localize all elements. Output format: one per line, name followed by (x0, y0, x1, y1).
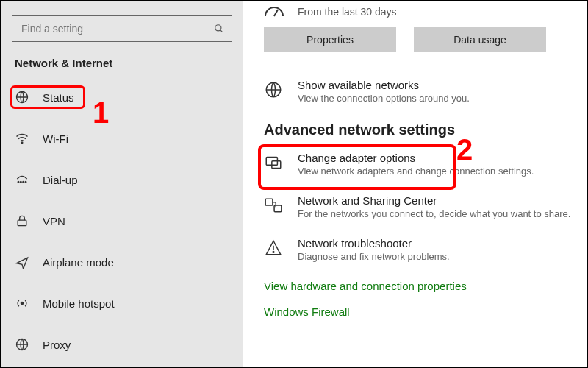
sidebar-item-label: Status (43, 91, 74, 104)
svg-point-18 (273, 252, 274, 253)
proxy-icon (15, 337, 29, 352)
section-heading-advanced: Advanced network settings (264, 121, 574, 138)
show-available-networks[interactable]: Show available networks View the connect… (264, 79, 574, 104)
meter-icon (264, 5, 284, 18)
option-title: Change adapter options (298, 152, 534, 164)
svg-line-1 (220, 30, 223, 32)
option-title: Show available networks (298, 79, 470, 91)
search-box[interactable] (12, 15, 232, 42)
sidebar-item-label: Wi-Fi (43, 132, 68, 145)
sidebar-item-label: Dial-up (43, 174, 78, 186)
change-adapter-options[interactable]: Change adapter options View network adap… (264, 152, 574, 177)
properties-button[interactable]: Properties (264, 27, 396, 52)
svg-point-6 (23, 182, 24, 183)
network-troubleshooter[interactable]: Network troubleshooter Diagnose and fix … (264, 237, 574, 262)
meter-caption: From the last 30 days (298, 6, 397, 18)
svg-rect-15 (265, 199, 273, 205)
svg-point-5 (21, 182, 22, 183)
wifi-icon (15, 131, 29, 146)
sidebar-item-airplane[interactable]: Airplane mode (12, 250, 232, 274)
globe-icon (264, 80, 283, 99)
status-icon (15, 90, 29, 105)
sidebar-item-wifi[interactable]: Wi-Fi (12, 127, 232, 150)
link-windows-firewall[interactable]: Windows Firewall (264, 305, 574, 318)
sidebar-category: Network & Internet (15, 57, 232, 69)
airplane-icon (15, 255, 29, 269)
sidebar-item-proxy[interactable]: Proxy (12, 333, 232, 356)
svg-point-3 (21, 142, 23, 144)
option-subtitle: View the connection options around you. (298, 93, 470, 104)
network-sharing-center[interactable]: Network and Sharing Center For the netwo… (264, 194, 574, 219)
vpn-icon (15, 213, 29, 228)
svg-line-11 (274, 10, 278, 16)
button-row: Properties Data usage (264, 27, 574, 52)
sidebar-item-label: VPN (43, 215, 65, 227)
sidebar-item-vpn[interactable]: VPN (12, 209, 232, 233)
option-title: Network and Sharing Center (298, 194, 570, 207)
sidebar-item-label: Airplane mode (43, 256, 114, 269)
svg-point-4 (18, 182, 19, 183)
search-input[interactable] (20, 22, 214, 35)
svg-point-9 (21, 302, 23, 304)
sidebar: Network & Internet Status Wi-Fi Dial-up (1, 1, 243, 367)
svg-point-0 (215, 25, 221, 31)
troubleshooter-icon (264, 238, 283, 258)
option-title: Network troubleshooter (298, 237, 450, 250)
option-subtitle: For the networks you connect to, decide … (298, 208, 570, 219)
sidebar-item-label: Mobile hotspot (43, 297, 115, 310)
search-icon (214, 24, 224, 34)
main-content: From the last 30 days Properties Data us… (243, 1, 587, 367)
svg-point-7 (25, 182, 26, 183)
dialup-icon (15, 172, 29, 187)
svg-rect-8 (18, 220, 26, 226)
sidebar-item-dialup[interactable]: Dial-up (12, 168, 232, 191)
sidebar-item-status[interactable]: Status (10, 85, 85, 109)
link-view-hardware[interactable]: View hardware and connection properties (264, 280, 574, 292)
settings-window: Network & Internet Status Wi-Fi Dial-up (0, 0, 588, 368)
option-subtitle: View network adapters and change connect… (298, 166, 534, 177)
option-subtitle: Diagnose and fix network problems. (298, 251, 450, 262)
hotspot-icon (15, 296, 29, 311)
data-usage-button[interactable]: Data usage (414, 27, 546, 52)
sidebar-item-label: Proxy (43, 339, 71, 351)
sharing-icon (264, 196, 283, 215)
sidebar-item-hotspot[interactable]: Mobile hotspot (12, 291, 232, 315)
data-meter-row: From the last 30 days (264, 5, 574, 18)
adapter-icon (264, 153, 283, 172)
sidebar-nav: Status Wi-Fi Dial-up VPN (12, 85, 232, 368)
